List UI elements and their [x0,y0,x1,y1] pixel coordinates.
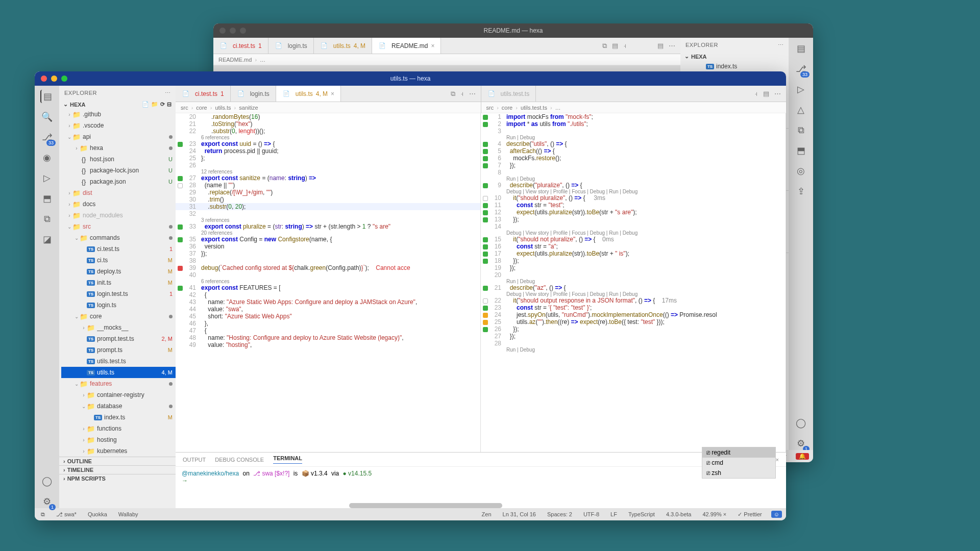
terminal[interactable]: @manekinekko/hexa on ⎇ swa [$x!?] is 📦 v… [176,467,786,508]
editor-left[interactable]: 20 .randomBytes(16)21 .toString("hex")22… [176,113,480,452]
cursor-pos[interactable]: Ln 31, Col 16 [501,511,538,517]
tab[interactable]: 📄utils.ts 4, M× [276,86,341,102]
spaces[interactable]: Spaces: 2 [545,511,574,517]
tree-item[interactable]: TSprompt.tsM [61,344,176,356]
quokka[interactable]: Quokka [86,511,109,517]
terminal-list-item[interactable]: ⎚ regedit [702,447,775,458]
tree-item[interactable]: ›📁node_modules [61,210,176,221]
zoom[interactable]: 42.99% [702,511,721,517]
tree-item[interactable]: ›📁functions [61,423,176,434]
close-window-icon[interactable] [41,76,47,82]
test-icon[interactable]: ⧉ [40,212,54,226]
terminal-tab[interactable]: TERMINAL [273,455,302,464]
files-icon[interactable]: ▤ [40,90,54,103]
tree-item[interactable]: ›📁dist [61,187,176,198]
tab[interactable]: 📄login.ts [231,86,276,102]
terminal-list-item[interactable]: ⎚ cmd [702,458,775,468]
tree-item[interactable]: TSci.tsM [61,255,176,266]
ext-icon[interactable]: ⬒ [40,192,54,205]
tree-item[interactable]: ⌄📁commands [61,232,176,243]
ts-version[interactable]: 4.3.0-beta [664,511,694,517]
terminal-list-item[interactable]: ⎚ zsh [702,468,775,478]
tree-item[interactable]: ›📁container-registry [61,389,176,400]
zen[interactable]: Zen [480,511,494,517]
minimize-window-icon[interactable] [51,76,57,82]
eol[interactable]: LF [608,511,619,517]
encoding[interactable]: UTF-8 [581,511,601,517]
more-icon[interactable]: ⋯ [778,42,784,48]
editor-right[interactable]: 1import mockFs from "mock-fs";2import * … [481,113,786,452]
files-icon[interactable]: ▤ [794,42,807,55]
tab[interactable]: 📄utils.ts 4, M [314,38,372,54]
lang[interactable]: TypeScript [626,511,657,517]
tree-item[interactable]: TSlogin.test.ts1 [61,288,176,299]
tab[interactable]: 📄ci.test.ts 1 [213,38,268,54]
github-icon[interactable]: ◉ [40,151,54,164]
circle-dot-icon[interactable]: ◎ [794,164,807,178]
test-icon[interactable]: ⧉ [794,123,807,137]
tree-item[interactable]: ⌄📁api [61,131,176,142]
debug-icon2[interactable]: ▷ [794,83,807,96]
new-folder-icon[interactable]: 📁 [151,101,158,108]
tab[interactable]: 📄README.md× [372,38,441,54]
tree-item[interactable]: {}package.jsonU [61,176,176,187]
tree-item[interactable]: TSprompt.test.ts2, M [61,333,176,344]
share-icon[interactable]: ⇪ [794,185,807,198]
account-icon[interactable]: ◯ [794,416,807,430]
tree-item[interactable]: {}host.jsonU [61,154,176,165]
tree-item[interactable]: {}package-lock.jsonU [61,165,176,176]
timeline-section[interactable]: TIMELINE [67,467,93,473]
prettier[interactable]: Prettier [744,511,762,517]
gear-icon[interactable]: ⚙1 [40,495,54,508]
close-icon[interactable]: × [776,457,779,463]
tree-item[interactable]: ›📁__mocks__ [61,322,176,333]
scm-icon[interactable]: ⎇33 [40,131,54,144]
debug-icon[interactable]: ▷ [40,171,54,185]
tree-item[interactable]: TSdeploy.tsM [61,266,176,277]
triangle-icon[interactable]: △ [794,103,807,116]
tab[interactable]: 📄ci.test.ts 1 [176,86,231,102]
search-icon[interactable]: 🔍 [40,110,54,123]
titlebar[interactable]: README.md — hexa [213,23,813,38]
terminal-list[interactable]: ⎚ regedit⎚ cmd⎚ zsh [702,447,776,479]
breadcrumb-right[interactable]: src › core › utils.test.ts › … [481,102,787,113]
tree-item[interactable]: TSci.test.ts1 [61,243,176,255]
tree-item[interactable]: ›📁docs [61,198,176,210]
tab[interactable]: 📄utils.test.ts [481,86,536,102]
tree-item[interactable]: TSutils.test.ts [61,356,176,367]
tab[interactable]: 📄login.ts [268,38,314,54]
tree-item[interactable]: TSlogin.ts [61,299,176,311]
scm-icon[interactable]: ⎇33 [794,62,807,76]
scrollbar-thumb[interactable] [349,503,502,508]
gear-icon[interactable]: ⚙1 [794,437,807,450]
tree-item[interactable]: TSindex.ts [680,61,789,72]
tree-item[interactable]: ⌄📁features [61,378,176,389]
bookmark-icon[interactable]: ◪ [40,233,54,246]
smiley-icon[interactable]: ☺ [771,511,782,518]
tree-item[interactable]: TSinit.tsM [61,277,176,288]
tree-item[interactable]: ›📁.vscode [61,120,176,131]
terminal-tab[interactable]: OUTPUT [183,457,206,463]
tree-item[interactable]: ›📁.github [61,109,176,120]
remote-icon[interactable]: ⧉ [39,511,47,518]
wallaby[interactable]: Wallaby [116,511,140,517]
breadcrumb[interactable]: README.md › … [213,54,680,65]
zoom-window-icon[interactable] [61,76,67,82]
more-icon[interactable]: ⋯ [165,90,171,96]
breadcrumb-left[interactable]: src › core › utils.ts › sanitize [176,102,481,113]
bell-icon[interactable]: 🔔 [796,453,809,460]
npm-section[interactable]: NPM SCRIPTS [67,475,106,482]
new-file-icon[interactable]: 📄 [142,101,149,108]
tree-item[interactable]: ⌄📁core [61,311,176,322]
project-name[interactable]: HEXA [691,54,707,60]
collapse-icon[interactable]: ⊟ [167,101,172,108]
ext2-icon[interactable]: ⬒ [794,144,807,157]
terminal-tab[interactable]: DEBUG CONSOLE [215,457,264,463]
tree-item[interactable]: TSutils.ts4, M [61,367,176,378]
tree-item[interactable]: ›📁hexa [61,142,176,154]
tree-item[interactable]: ⌄📁database [61,400,176,412]
refresh-icon[interactable]: ⟳ [160,101,165,108]
tree-item[interactable]: ⌄📁src [61,221,176,232]
outline-section[interactable]: OUTLINE [67,458,92,464]
titlebar[interactable]: utils.ts — hexa [35,71,786,86]
